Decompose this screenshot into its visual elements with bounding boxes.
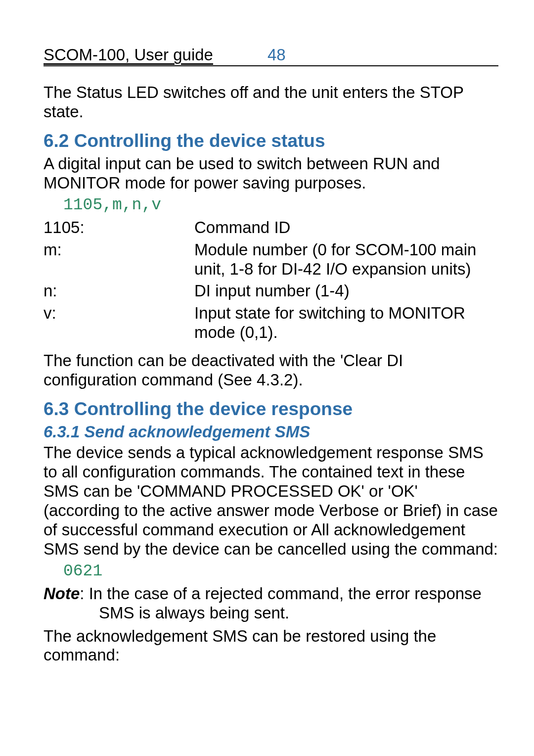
param-val: Module number (0 for SCOM-100 main unit,… — [194, 240, 498, 282]
section-6-3-1-tail: The acknowledgement SMS can be restored … — [44, 627, 498, 665]
section-6-3-heading: 6.3 Controlling the device response — [44, 399, 498, 420]
intro-paragraph: The Status LED switches off and the unit… — [44, 83, 498, 122]
table-row: m: Module number (0 for SCOM-100 main un… — [44, 240, 498, 282]
param-key: v: — [44, 304, 194, 345]
table-row: 1105: Command ID — [44, 218, 498, 240]
table-row: v: Input state for switching to MONITOR … — [44, 304, 498, 345]
page-header: SCOM-100, User guide 48 — [44, 46, 498, 66]
note-label: Note — [44, 584, 80, 603]
section-6-2-heading: 6.2 Controlling the device status — [44, 131, 498, 151]
section-6-2-text: A digital input can be used to switch be… — [44, 154, 498, 193]
section-6-3-1-body: The device sends a typical acknowledgeme… — [44, 443, 498, 559]
section-6-2-tail: The function can be deactivated with the… — [44, 351, 498, 390]
code-1105: 1105,m,n,v — [63, 195, 498, 216]
code-0621: 0621 — [63, 561, 498, 582]
note-text: : In the case of a rejected command, the… — [80, 584, 482, 622]
param-key: m: — [44, 240, 194, 282]
param-table: 1105: Command ID m: Module number (0 for… — [44, 218, 498, 346]
param-val: DI input number (1-4) — [194, 282, 498, 304]
page-number: 48 — [267, 46, 286, 64]
table-row: n: DI input number (1-4) — [44, 282, 498, 304]
param-key: n: — [44, 282, 194, 304]
section-6-3-1-heading: 6.3.1 Send acknowledgement SMS — [44, 423, 498, 441]
note-block: Note: In the case of a rejected command,… — [44, 584, 498, 623]
doc-title: SCOM-100, User guide — [44, 46, 213, 64]
param-val: Input state for switching to MONITOR mod… — [194, 304, 498, 345]
param-key: 1105: — [44, 218, 194, 240]
param-val: Command ID — [194, 218, 498, 240]
